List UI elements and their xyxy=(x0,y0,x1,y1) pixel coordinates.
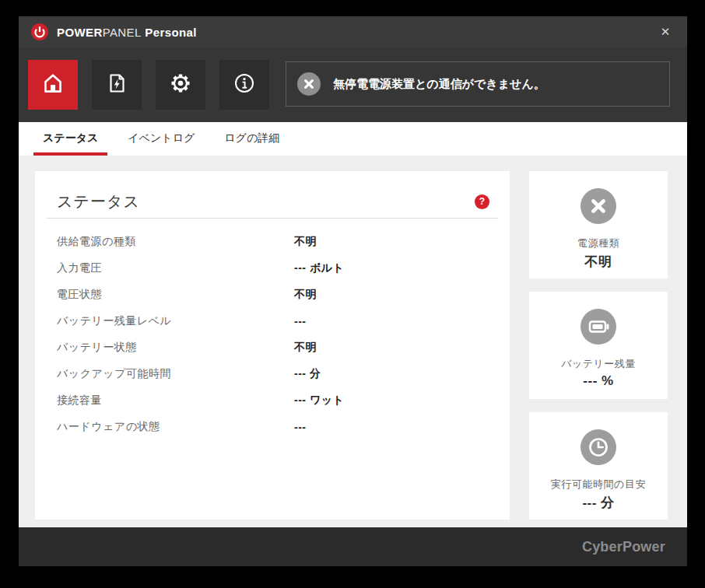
status-row-value: --- ボルト xyxy=(294,261,344,275)
footer: CyberPower xyxy=(19,527,687,566)
status-row: バックアップ可能時間 --- 分 xyxy=(35,361,510,387)
home-icon xyxy=(40,70,66,100)
battery-icon xyxy=(580,309,616,345)
nav-home-button[interactable] xyxy=(28,60,78,110)
status-row-label: バッテリー残量レベル xyxy=(57,314,171,328)
status-panel-header: ステータス ? xyxy=(57,190,489,213)
status-row-label: 供給電源の種類 xyxy=(57,235,136,249)
app-title-panel: PANEL xyxy=(103,26,142,39)
status-panel-title: ステータス xyxy=(57,191,140,212)
status-row: バッテリー残量レベル --- xyxy=(35,308,510,334)
battery-level-value: --- % xyxy=(529,373,668,389)
runtime-estimate-value: --- 分 xyxy=(529,494,668,512)
battery-level-card: バッテリー残量 --- % xyxy=(529,292,668,399)
status-row: 電圧状態 不明 xyxy=(35,282,510,308)
info-icon xyxy=(232,71,257,99)
status-row-value: --- 分 xyxy=(294,367,321,381)
nav-settings-button[interactable] xyxy=(156,60,205,110)
status-row: 接続容量 --- ワット xyxy=(35,387,510,414)
help-icon[interactable]: ? xyxy=(475,194,489,209)
status-rows: 供給電源の種類 不明 入力電圧 --- ボルト 電圧状態 不明 バッテリー残量レ… xyxy=(35,229,510,440)
app-title-power: POWER xyxy=(57,26,103,39)
power-source-card: 電源種類 不明 xyxy=(529,171,668,278)
status-row-value: 不明 xyxy=(294,235,317,249)
runtime-estimate-card: 実行可能時間の目安 --- 分 xyxy=(529,412,668,520)
app-window: POWERPANEL Personal ✕ xyxy=(19,16,687,566)
event-log-icon xyxy=(104,71,129,99)
tab-log-details[interactable]: ログの詳細 xyxy=(215,122,289,156)
status-row-label: 接続容量 xyxy=(57,394,102,408)
powerpanel-logo-icon xyxy=(31,23,48,40)
status-row: ハードウェアの状態 --- xyxy=(35,414,510,440)
alert-banner: 無停電電源装置との通信ができません。 xyxy=(286,61,670,107)
clock-icon xyxy=(580,429,616,465)
cyberpower-logo-cyber: Cyber xyxy=(582,539,623,555)
tabbar: ステータス イベントログ ログの詳細 xyxy=(19,122,687,156)
runtime-estimate-label: 実行可能時間の目安 xyxy=(529,478,668,492)
status-row-value: 不明 xyxy=(294,288,317,302)
content-area: ステータス ? 供給電源の種類 不明 入力電圧 --- ボルト 電圧状態 不明 xyxy=(19,156,687,527)
status-row-value: --- xyxy=(294,421,307,433)
battery-level-label: バッテリー残量 xyxy=(529,357,668,371)
nav-info-button[interactable] xyxy=(219,60,269,110)
status-row-value: --- ワット xyxy=(294,394,344,408)
toolbar: 無停電電源装置との通信ができません。 xyxy=(19,47,687,122)
divider xyxy=(47,218,498,219)
power-source-label: 電源種類 xyxy=(529,236,668,250)
status-row: 入力電圧 --- ボルト xyxy=(35,255,510,282)
nav-event-log-button[interactable] xyxy=(92,60,142,110)
app-title: POWERPANEL Personal xyxy=(57,26,197,39)
app-title-personal: Personal xyxy=(142,26,197,39)
x-circle-icon xyxy=(297,72,321,96)
status-row-label: バッテリー状態 xyxy=(57,341,137,355)
x-circle-icon xyxy=(580,188,616,224)
tab-event-log[interactable]: イベントログ xyxy=(118,122,204,156)
status-row: バッテリー状態 不明 xyxy=(35,334,510,361)
settings-gear-icon xyxy=(168,71,193,99)
status-row-value: 不明 xyxy=(294,341,317,355)
alert-message: 無停電電源装置との通信ができません。 xyxy=(333,77,545,92)
status-row-label: 入力電圧 xyxy=(57,261,102,275)
status-row-value: --- xyxy=(294,315,307,327)
status-panel: ステータス ? 供給電源の種類 不明 入力電圧 --- ボルト 電圧状態 不明 xyxy=(35,171,510,520)
titlebar: POWERPANEL Personal ✕ xyxy=(19,16,687,47)
power-source-value: 不明 xyxy=(529,253,668,271)
status-row: 供給電源の種類 不明 xyxy=(35,229,510,255)
cyberpower-logo: CyberPower xyxy=(582,539,665,555)
status-row-label: 電圧状態 xyxy=(57,288,102,302)
status-row-label: ハードウェアの状態 xyxy=(57,420,160,434)
status-row-label: バックアップ可能時間 xyxy=(57,367,171,381)
tab-status[interactable]: ステータス xyxy=(33,122,107,156)
close-icon[interactable]: ✕ xyxy=(654,16,677,47)
cyberpower-logo-power: Power xyxy=(623,539,665,555)
